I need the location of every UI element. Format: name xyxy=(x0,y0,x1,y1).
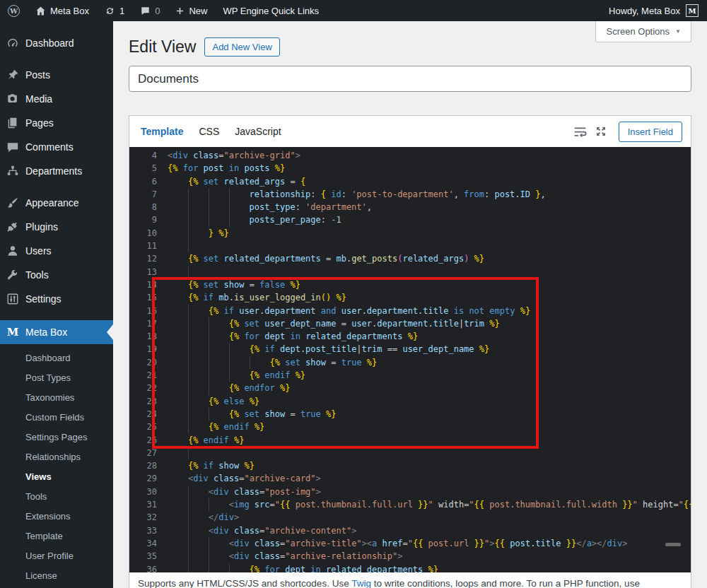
sidebar-item-plugins[interactable]: Plugins xyxy=(0,215,113,239)
indent-guide xyxy=(188,213,189,226)
line-number: 5 xyxy=(129,162,168,175)
metabox-submenu: DashboardPost TypesTaxonomiesCustom Fiel… xyxy=(0,344,113,586)
sidebar-subitem-license[interactable]: License xyxy=(0,566,113,586)
line-number: 32 xyxy=(129,511,168,524)
sidebar-item-dashboard[interactable]: Dashboard xyxy=(0,31,113,55)
comment-count: 0 xyxy=(155,6,160,16)
site-name-link[interactable]: Meta Box xyxy=(28,0,97,21)
tab-css[interactable]: CSS xyxy=(199,126,219,137)
sidebar-subitem-user-profile[interactable]: User Profile xyxy=(0,546,113,566)
code-text: {% if dept.post_title|trim == user_dept_… xyxy=(168,343,691,355)
sidebar-item-posts[interactable]: Posts xyxy=(0,63,113,87)
sidebar-item-label: Appearance xyxy=(25,197,79,208)
indent-guide xyxy=(209,201,209,213)
code-line: 36 {% for dept in related_departments %} xyxy=(129,563,691,573)
update-count: 1 xyxy=(119,6,124,16)
indent-guide xyxy=(188,188,189,201)
sidebar-item-comments[interactable]: Comments xyxy=(0,135,113,159)
sidebar-subitem-extensions[interactable]: Extensions xyxy=(0,507,113,527)
indent-guide xyxy=(188,447,189,459)
tab-javascript[interactable]: JavaScript xyxy=(235,126,281,137)
indent-guide xyxy=(209,188,209,201)
page-title: Edit View xyxy=(129,37,196,57)
sidebar-item-meta-box[interactable]: M Meta Box xyxy=(0,320,113,344)
sidebar-subitem-post-types[interactable]: Post Types xyxy=(0,368,113,388)
line-number: 23 xyxy=(129,395,168,408)
editor-scrollbar-thumb[interactable] xyxy=(665,543,681,546)
code-line: 14 {% set show = false %} xyxy=(129,278,691,291)
updates-link[interactable]: 1 xyxy=(97,0,132,21)
code-line: 10 } %} xyxy=(129,227,691,240)
indent-guide xyxy=(188,395,189,408)
user-icon xyxy=(6,245,20,257)
code-text xyxy=(168,447,691,459)
indent-guide xyxy=(188,511,189,524)
wordpress-admin: W Meta Box 1 0 xyxy=(0,0,707,588)
add-new-view-button[interactable]: Add New View xyxy=(204,37,279,57)
code-text: <div class="post-img"> xyxy=(168,486,691,498)
sidebar-subitem-custom-fields[interactable]: Custom Fields xyxy=(0,408,113,428)
sidebar-subitem-template[interactable]: Template xyxy=(0,527,113,546)
indent-guide xyxy=(229,356,230,369)
sidebar-item-pages[interactable]: Pages xyxy=(0,111,113,135)
sidebar-item-appearance[interactable]: Appearance xyxy=(0,191,113,215)
my-account-menu[interactable]: Howdy, Meta Box M xyxy=(609,0,707,21)
line-number: 30 xyxy=(129,486,168,498)
sidebar-subitem-dashboard[interactable]: Dashboard xyxy=(0,348,113,368)
chevron-down-icon: ▼ xyxy=(675,28,681,35)
sidebar-subitem-tools[interactable]: Tools xyxy=(0,487,113,507)
sidebar-item-tools[interactable]: Tools xyxy=(0,263,113,287)
sidebar-group: PostsMediaPagesCommentsDepartments xyxy=(0,63,113,183)
sidebar-item-label: Dashboard xyxy=(25,37,74,49)
sidebar-subitem-views[interactable]: Views xyxy=(0,467,113,487)
wordpress-menu[interactable]: W xyxy=(0,0,28,21)
new-content-menu[interactable]: New xyxy=(168,0,215,21)
line-number: 28 xyxy=(129,459,168,472)
fullscreen-icon[interactable] xyxy=(595,125,607,138)
line-number: 7 xyxy=(129,188,168,201)
sidebar-subitem-settings-pages[interactable]: Settings Pages xyxy=(0,428,113,447)
sidebar-subitem-relationships[interactable]: Relationships xyxy=(0,447,113,467)
tab-template[interactable]: Template xyxy=(141,126,183,137)
code-line: 22 {% endfor %} xyxy=(129,382,691,394)
code-line: 32 </div> xyxy=(129,511,691,524)
line-number: 14 xyxy=(129,278,168,291)
sidebar-item-label: Settings xyxy=(25,293,62,305)
comments-link[interactable]: 0 xyxy=(132,0,168,21)
indent-guide xyxy=(188,330,189,343)
editor-panel: TemplateCSSJavaScript Insert Field 4 xyxy=(129,115,691,588)
twig-link[interactable]: Twig xyxy=(351,578,371,588)
camera-icon xyxy=(6,93,20,105)
code-editor[interactable]: 4<div class="archive-grid">5{% for post … xyxy=(129,147,691,572)
code-text xyxy=(168,240,691,252)
word-wrap-icon[interactable] xyxy=(573,124,588,139)
sidebar-item-label: Media xyxy=(25,93,52,105)
sidebar-menu: DashboardPostsMediaPagesCommentsDepartme… xyxy=(0,31,113,311)
code-line: 15 {% if mb.is_user_logged_in() %} xyxy=(129,291,691,304)
line-number: 34 xyxy=(129,537,168,550)
quick-links-label: WP Engine Quick Links xyxy=(223,6,319,16)
comment-icon xyxy=(6,141,20,153)
wp-engine-quick-links[interactable]: WP Engine Quick Links xyxy=(215,0,327,21)
line-number: 12 xyxy=(129,252,168,265)
sidebar-subitem-taxonomies[interactable]: Taxonomies xyxy=(0,388,113,408)
code-text: {% else %} xyxy=(168,395,691,408)
code-line: 16 {% if user.department and user.depart… xyxy=(129,305,691,317)
view-title-input[interactable] xyxy=(129,66,691,92)
code-line: 26 {% endif %} xyxy=(129,434,691,447)
sidebar-item-users[interactable]: Users xyxy=(0,239,113,263)
line-number: 35 xyxy=(129,550,168,563)
sidebar-item-departments[interactable]: Departments xyxy=(0,159,113,183)
code-line: 13 xyxy=(129,266,691,278)
code-text: {% set user_dept_name = user.department.… xyxy=(168,317,691,330)
line-number: 24 xyxy=(129,408,168,421)
howdy-label: Howdy, Meta Box xyxy=(609,6,680,16)
sidebar-item-media[interactable]: Media xyxy=(0,87,113,111)
screen-options-button[interactable]: Screen Options ▼ xyxy=(595,21,691,42)
sidebar-item-settings[interactable]: Settings xyxy=(0,287,113,311)
code-text: posts_per_page: -1 xyxy=(168,213,691,226)
line-number: 16 xyxy=(129,305,168,317)
indent-guide xyxy=(188,563,189,573)
insert-field-button[interactable]: Insert Field xyxy=(619,122,682,142)
indent-guide xyxy=(250,356,250,369)
